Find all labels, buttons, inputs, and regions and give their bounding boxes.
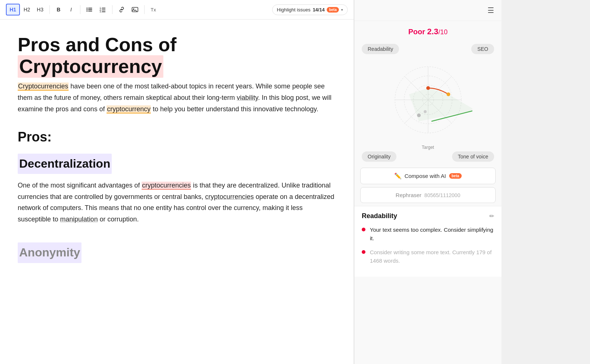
svg-point-26 [447, 92, 450, 96]
editor-container: H1 H2 H3 B I 1.2.3. [0, 0, 354, 364]
chevron-down-icon: ▾ [341, 8, 343, 12]
red-dot-1 [362, 228, 365, 231]
decentralization-paragraph: One of the most significant advantages o… [18, 180, 336, 225]
bold-button[interactable]: B [53, 4, 65, 15]
highlighted-word-manipulation: manipulation [60, 216, 98, 223]
score-label: Poor 2.3/10 [408, 27, 448, 36]
target-label: Target [422, 145, 434, 150]
highlight-beta-badge: beta [327, 7, 339, 13]
readability-header: Readability ✏ [362, 212, 494, 220]
pros-heading: Pros: [18, 126, 336, 148]
svg-point-13 [133, 8, 134, 10]
action-section: ✏️ Compose with AI beta Rephraser 80565/… [354, 165, 502, 206]
h2-button[interactable]: H2 [21, 4, 33, 15]
anonymity-heading: Anonymity [18, 242, 81, 263]
svg-point-2 [86, 9, 87, 10]
svg-point-4 [86, 11, 87, 12]
bullet-list-button[interactable] [83, 4, 96, 15]
svg-rect-3 [88, 9, 92, 10]
compose-ai-button[interactable]: ✏️ Compose with AI beta [360, 168, 496, 184]
h3-button[interactable]: H3 [34, 4, 46, 15]
svg-text:3.: 3. [100, 10, 102, 13]
svg-rect-1 [88, 8, 92, 8]
svg-rect-12 [132, 7, 138, 12]
svg-point-25 [426, 86, 430, 90]
divider-3 [112, 5, 112, 14]
format-group: B I [53, 4, 77, 15]
readability-tab[interactable]: Readability [362, 44, 399, 54]
readability-item-1: Your text seems too complex. Consider si… [362, 226, 494, 242]
highlighted-word-cryptocurrencies-2: cryptocurrencies [142, 182, 191, 190]
sidebar-header: ☰ [354, 0, 502, 21]
menu-button[interactable]: ☰ [486, 4, 496, 16]
readability-title: Readability [362, 212, 397, 220]
score-section: Poor 2.3/10 [354, 21, 502, 44]
document-title: Pros and Cons of Cryptocurrency [18, 34, 336, 78]
radar-section: Readability SEO [354, 44, 502, 165]
numbered-list-button[interactable]: 1.2.3. [97, 4, 109, 15]
rephraser-label: Rephraser [396, 192, 421, 198]
decentralization-heading: Decentralization [18, 154, 112, 174]
heading-group: H1 H2 H3 [6, 4, 46, 15]
editor-content[interactable]: Pros and Cons of Cryptocurrency Cryptocu… [0, 20, 354, 364]
divider-2 [80, 5, 80, 14]
readability-section: Readability ✏ Your text seems too comple… [354, 206, 502, 277]
rephraser-button[interactable]: Rephraser 80565/1112000 [360, 187, 496, 203]
tone-of-voice-tab[interactable]: Tone of voice [452, 151, 494, 162]
radar-chart [384, 56, 472, 144]
radar-labels-top: Readability SEO [362, 44, 494, 54]
highlighted-word-cryptocurrencies-3: cryptocurrencies [205, 193, 254, 200]
clear-format-button[interactable]: Tx [148, 4, 159, 15]
svg-rect-7 [102, 8, 105, 8]
pencil-icon: ✏️ [394, 172, 402, 179]
h1-button[interactable]: H1 [6, 4, 20, 15]
divider-1 [49, 5, 50, 14]
svg-rect-9 [102, 10, 105, 10]
insert-group [115, 4, 141, 15]
rephraser-count: 80565/1112000 [424, 192, 460, 198]
originality-tab[interactable]: Originality [362, 151, 396, 162]
sidebar-panel: ☰ Poor 2.3/10 Readability SEO [354, 0, 502, 364]
readability-text-1: Your text seems too complex. Consider si… [370, 226, 494, 242]
highlight-issues-button[interactable]: Highlight issues 14/14 beta ▾ [272, 4, 348, 15]
italic-button[interactable]: I [65, 4, 77, 15]
compose-label: Compose with AI [405, 173, 446, 179]
divider-4 [144, 5, 145, 14]
image-button[interactable] [129, 4, 141, 15]
svg-rect-5 [88, 11, 92, 11]
readability-edit-button[interactable]: ✏ [489, 213, 494, 220]
compose-beta-badge: beta [449, 173, 462, 179]
highlighted-word-cryptocurrency-1: cryptocurrency [107, 105, 151, 113]
highlight-count: 14/14 [313, 7, 325, 13]
highlight-label: Highlight issues [277, 7, 310, 13]
radar-svg [384, 56, 472, 144]
list-group: 1.2.3. [83, 4, 109, 15]
title-line2: Cryptocurrency [18, 55, 163, 78]
intro-paragraph: Cryptocurrencies have been one of the mo… [18, 81, 336, 115]
readability-item-2: Consider writing some more text. Current… [362, 248, 494, 265]
svg-point-0 [86, 8, 87, 9]
link-button[interactable] [115, 4, 128, 15]
svg-rect-11 [102, 11, 105, 12]
svg-point-29 [424, 110, 427, 113]
highlighted-word-viability: viability [237, 94, 258, 101]
toolbar: H1 H2 H3 B I 1.2.3. [0, 0, 354, 20]
readability-text-2: Consider writing some more text. Current… [370, 248, 494, 265]
svg-point-28 [417, 113, 421, 117]
seo-tab[interactable]: SEO [471, 44, 494, 54]
radar-labels-bottom: Originality Tone of voice [362, 151, 494, 162]
red-dot-2 [362, 250, 365, 254]
highlighted-word-cryptocurrencies-1: Cryptocurrencies [18, 83, 69, 91]
